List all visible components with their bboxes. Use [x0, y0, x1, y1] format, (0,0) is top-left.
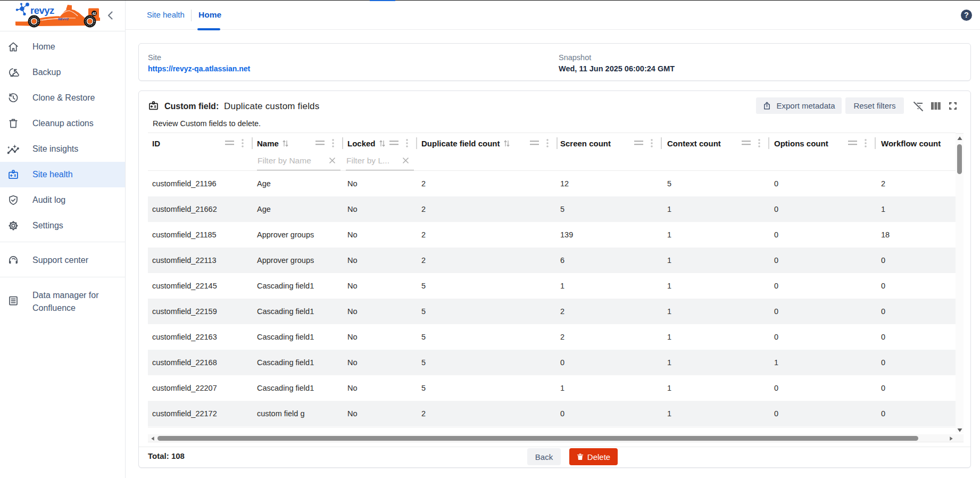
svg-text:revyz: revyz — [30, 5, 54, 16]
svg-text:REVYZ: REVYZ — [58, 18, 69, 21]
svg-text:42: 42 — [92, 12, 96, 15]
